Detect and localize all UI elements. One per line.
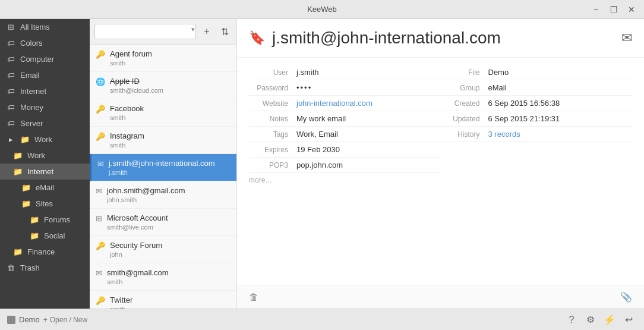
field-group: Group eMail bbox=[441, 80, 633, 96]
sidebar-item-money[interactable]: 🏷 Money bbox=[0, 99, 90, 115]
sidebar-item-colors[interactable]: 🏷 Colors bbox=[0, 35, 90, 51]
sidebar-item-social[interactable]: 📁 Social bbox=[0, 228, 90, 244]
field-tags: Tags Work, Email bbox=[249, 127, 441, 142]
help-icon: ? bbox=[569, 315, 574, 325]
sidebar-item-finance[interactable]: 📁 Finance bbox=[0, 244, 90, 260]
fields-left: User j.smith Password •••• Website john-… bbox=[249, 65, 441, 187]
key-icon5: 🔑 bbox=[96, 296, 105, 305]
bottom-right: ? ⚙ ⚡ ↩ bbox=[563, 312, 637, 328]
bottom-left: Demo + Open / New bbox=[7, 315, 87, 324]
windows-icon: ⊞ bbox=[96, 214, 102, 223]
logout-button[interactable]: ↩ bbox=[620, 312, 637, 328]
logout-icon: ↩ bbox=[625, 314, 633, 325]
sidebar-item-email-sub[interactable]: 📁 eMail bbox=[0, 180, 90, 196]
folder-icon-finance: 📁 bbox=[13, 247, 23, 256]
search-dropdown-button[interactable]: ▾ bbox=[191, 26, 195, 33]
list-item[interactable]: ⊞ Microsoft Account smith@live.com bbox=[90, 209, 236, 236]
settings-icon: ⚙ bbox=[586, 314, 595, 325]
sidebar-item-internet[interactable]: 🏷 Internet bbox=[0, 83, 90, 99]
detail-footer: 🗑 📎 bbox=[237, 285, 644, 309]
sidebar-item-sites[interactable]: 📁 Sites bbox=[0, 196, 90, 212]
folder-icon-work: 📁 bbox=[20, 135, 30, 144]
key-icon2: 🔑 bbox=[96, 105, 105, 114]
db-indicator bbox=[7, 316, 15, 324]
field-created: Created 6 Sep 2015 16:56:38 bbox=[441, 96, 633, 111]
app-body: ⊞ All Items 🏷 Colors 🏷 Computer 🏷 Email … bbox=[0, 19, 644, 309]
field-user: User j.smith bbox=[249, 65, 441, 80]
sidebar-item-server[interactable]: 🏷 Server bbox=[0, 115, 90, 131]
close-button[interactable]: ✕ bbox=[624, 2, 639, 17]
more-link[interactable]: more… bbox=[249, 173, 441, 187]
sidebar-item-trash[interactable]: 🗑 Trash bbox=[0, 260, 90, 276]
list-item[interactable]: 🔑 Agent forum smith bbox=[90, 45, 236, 72]
list-item[interactable]: 🔑 Facebook smith bbox=[90, 99, 236, 127]
field-history: History 3 records bbox=[441, 127, 633, 142]
folder-icon-sites: 📁 bbox=[21, 199, 31, 208]
add-entry-button[interactable]: + bbox=[200, 24, 214, 39]
list-toolbar: ▾ + ⇅ bbox=[90, 19, 236, 45]
list-item[interactable]: 🔑 Security Forum john bbox=[90, 236, 236, 263]
sidebar-item-all-items[interactable]: ⊞ All Items bbox=[0, 19, 90, 35]
list-item-selected[interactable]: ✉ j.smith@john-international.com j.smith bbox=[90, 154, 236, 181]
tag-icon5: 🏷 bbox=[6, 103, 15, 112]
sidebar-item-internet-sub[interactable]: 📁 Internet bbox=[0, 164, 90, 180]
tag-icon4: 🏷 bbox=[6, 87, 15, 96]
folder-icon-forums: 📁 bbox=[30, 215, 39, 224]
restore-button[interactable]: ❐ bbox=[606, 2, 621, 17]
field-pop3: POP3 pop.john.com bbox=[249, 158, 441, 173]
field-notes: Notes My work email bbox=[249, 111, 441, 127]
folder-icon-email: 📁 bbox=[21, 183, 31, 192]
envelope-icon: ✉ bbox=[97, 159, 104, 168]
field-expires: Expires 19 Feb 2030 bbox=[249, 142, 441, 158]
folder-icon-internet: 📁 bbox=[13, 167, 23, 176]
field-file: File Demo bbox=[441, 65, 633, 80]
settings-button[interactable]: ⚙ bbox=[582, 312, 599, 328]
plus-icon-small: + bbox=[43, 316, 48, 324]
list-item[interactable]: 🔑 Twitter smith bbox=[90, 291, 236, 309]
globe-icon: 🌐 bbox=[96, 77, 105, 86]
sidebar-item-computer[interactable]: 🏷 Computer bbox=[0, 51, 90, 67]
list-panel: ▾ + ⇅ 🔑 Agent forum smith 🌐 Apple ID smi… bbox=[90, 19, 237, 309]
window-controls: − ❐ ✕ bbox=[588, 2, 639, 17]
tag-icon: 🏷 bbox=[6, 39, 15, 48]
bottom-bar: Demo + Open / New ? ⚙ ⚡ ↩ bbox=[0, 309, 644, 330]
fields-right: File Demo Group eMail Created 6 Sep 2015… bbox=[441, 65, 633, 187]
folder-tag-icon: ▸ bbox=[6, 135, 15, 144]
sidebar-item-forums[interactable]: 📁 Forums bbox=[0, 212, 90, 228]
list-item[interactable]: 🌐 Apple ID smith@icloud.com bbox=[90, 72, 236, 99]
sidebar-item-work[interactable]: ▸ 📁 Work bbox=[0, 131, 90, 147]
grid-icon: ⊞ bbox=[6, 23, 15, 32]
lightning-icon: ⚡ bbox=[604, 314, 615, 325]
detail-title: j.smith@john-international.com bbox=[272, 29, 614, 48]
folder-icon-social: 📁 bbox=[30, 231, 39, 240]
search-wrap: ▾ bbox=[94, 24, 196, 39]
list-item[interactable]: ✉ john.smith@gmail.com john.smith bbox=[90, 181, 236, 209]
footer-left: 🗑 bbox=[247, 290, 261, 305]
sidebar-item-email[interactable]: 🏷 Email bbox=[0, 67, 90, 83]
detail-panel: 🔖 j.smith@john-international.com ✉ User … bbox=[237, 19, 644, 309]
app-title: KeeWeb bbox=[307, 5, 337, 14]
help-button[interactable]: ? bbox=[563, 312, 580, 328]
delete-button[interactable]: 🗑 bbox=[247, 290, 261, 305]
demo-label: Demo bbox=[19, 315, 40, 324]
minimize-button[interactable]: − bbox=[588, 2, 604, 17]
attach-button[interactable]: 📎 bbox=[618, 289, 634, 305]
folder-icon-worksub: 📁 bbox=[13, 151, 23, 160]
list-items: 🔑 Agent forum smith 🌐 Apple ID smith@icl… bbox=[90, 45, 236, 309]
sort-button[interactable]: ⇅ bbox=[217, 24, 232, 39]
tag-icon3: 🏷 bbox=[6, 71, 15, 80]
lightning-button[interactable]: ⚡ bbox=[601, 312, 618, 328]
sidebar: ⊞ All Items 🏷 Colors 🏷 Computer 🏷 Email … bbox=[0, 19, 90, 309]
sidebar-item-work-sub[interactable]: 📁 Work bbox=[0, 147, 90, 164]
detail-header: 🔖 j.smith@john-international.com ✉ bbox=[237, 19, 644, 58]
email-header-icon: ✉ bbox=[621, 30, 632, 46]
bookmark-icon: 🔖 bbox=[249, 30, 265, 46]
field-password: Password •••• bbox=[249, 80, 441, 96]
open-new-button[interactable]: + Open / New bbox=[43, 316, 87, 324]
list-item[interactable]: ✉ smith@gmail.com smith bbox=[90, 263, 236, 291]
trash-icon: 🗑 bbox=[6, 263, 15, 272]
detail-fields: User j.smith Password •••• Website john-… bbox=[237, 58, 644, 285]
tag-icon6: 🏷 bbox=[6, 119, 15, 128]
search-input[interactable] bbox=[94, 24, 196, 39]
list-item[interactable]: 🔑 Instagram smith bbox=[90, 127, 236, 154]
